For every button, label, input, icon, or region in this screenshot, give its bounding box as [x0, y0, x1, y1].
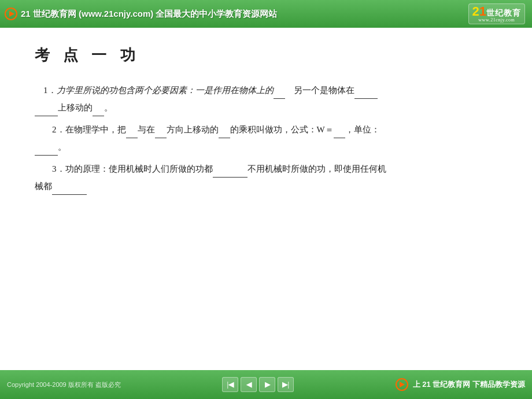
- blank-1-3: [35, 107, 58, 116]
- footer-controls[interactable]: |◀ ◀ ▶ ▶|: [222, 377, 294, 392]
- blank-1-2: [354, 90, 378, 99]
- blank-3-1: [213, 168, 247, 178]
- blank-1-4: [93, 107, 104, 116]
- item-1-text-2: 上移动的。: [35, 99, 497, 116]
- footer: Copyright 2004-2009 版权所有 盗版必究 |◀ ◀ ▶ ▶| …: [0, 370, 532, 399]
- nav-prev-icon: ◀: [246, 380, 252, 389]
- blank-3-2: [52, 186, 87, 195]
- header-play-icon: [5, 8, 17, 20]
- footer-right-label: 上 21 世纪教育网 下精品教学资源: [413, 380, 525, 389]
- nav-next-button[interactable]: ▶: [259, 377, 275, 392]
- blank-2-5: [35, 146, 58, 156]
- content-item-1: 1．力学里所说的功包含两个必要因素：一是作用在物体上的 另一个是物体在 上移动的…: [35, 82, 497, 116]
- blank-2-3: [219, 129, 230, 138]
- header: 21 世纪教育网 (www.21cnjy.com) 全国最大的中小学教育资源网站…: [0, 0, 532, 28]
- footer-play-icon: [396, 378, 408, 391]
- nav-first-icon: |◀: [227, 380, 234, 389]
- nav-first-button[interactable]: |◀: [222, 377, 238, 392]
- blank-2-2: [155, 129, 167, 138]
- blank-2-1: [126, 129, 138, 138]
- footer-copyright: Copyright 2004-2009 版权所有 盗版必究: [7, 380, 121, 389]
- content-body: 1．力学里所说的功包含两个必要因素：一是作用在物体上的 另一个是物体在 上移动的…: [35, 82, 497, 195]
- footer-right: 上 21 世纪教育网 下精品教学资源: [396, 378, 525, 391]
- logo-url: www.21cnjy.com: [478, 18, 515, 23]
- item-1-italic: 力学里所说的功包含两个必要因素：一是作用在物体上的: [57, 86, 274, 95]
- item-3-text: 3．功的原理：使用机械时人们所做的功都不用机械时所做的功，即使用任何机: [35, 160, 497, 178]
- item-2-text-2: 。: [35, 138, 497, 156]
- logo-box: 21世纪教育 www.21cnjy.com: [468, 3, 526, 24]
- main-content: 考 点 一 功 1．力学里所说的功包含两个必要因素：一是作用在物体上的 另一个是…: [0, 28, 532, 370]
- content-item-3: 3．功的原理：使用机械时人们所做的功都不用机械时所做的功，即使用任何机 械都: [35, 160, 497, 195]
- footer-right-text: 上 21 世纪教育网 下精品教学资源: [413, 379, 525, 390]
- header-logo: 21世纪教育 www.21cnjy.com: [468, 3, 526, 24]
- item-1-text: 1．力学里所说的功包含两个必要因素：一是作用在物体上的 另一个是物体在: [35, 82, 497, 99]
- blank-2-4: [334, 129, 345, 138]
- content-item-2: 2．在物理学中，把与在方向上移动的的乘积叫做功，公式：W＝，单位： 。: [35, 121, 497, 156]
- item-1-number: 1．: [35, 86, 57, 95]
- section-title: 考 点 一 功: [35, 45, 497, 65]
- logo-text-top: 21世纪教育: [472, 5, 522, 18]
- header-title: 21 世纪教育网 (www.21cnjy.com) 全国最大的中小学教育资源网站: [21, 9, 277, 20]
- nav-prev-button[interactable]: ◀: [241, 377, 257, 392]
- item-3-text-2: 械都: [35, 178, 497, 195]
- header-left: 21 世纪教育网 (www.21cnjy.com) 全国最大的中小学教育资源网站: [5, 8, 277, 20]
- item-2-text: 2．在物理学中，把与在方向上移动的的乘积叫做功，公式：W＝，单位：: [35, 121, 497, 138]
- nav-next-icon: ▶: [265, 380, 270, 389]
- nav-last-icon: ▶|: [282, 380, 289, 389]
- nav-last-button[interactable]: ▶|: [278, 377, 294, 392]
- blank-1-1: [274, 90, 285, 99]
